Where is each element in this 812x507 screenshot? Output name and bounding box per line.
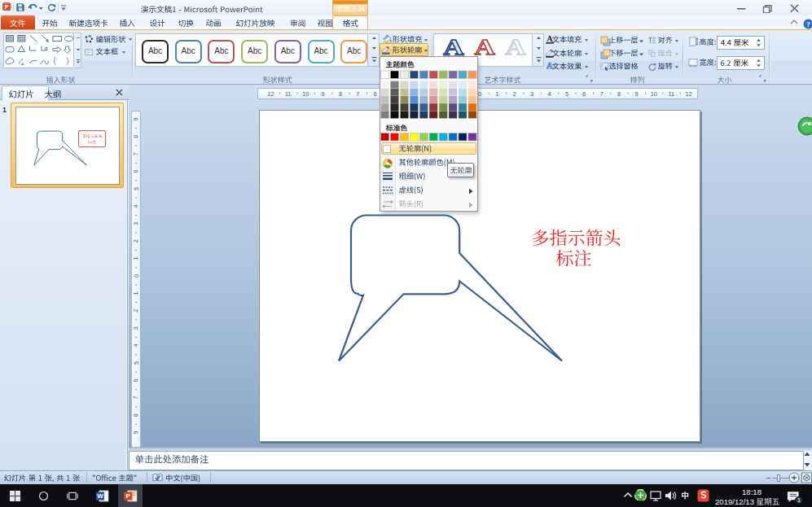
svg-text:6: 6 (374, 90, 377, 98)
svg-text:7: 7 (356, 90, 359, 98)
svg-text:12: 12 (686, 90, 692, 98)
svg-text:8: 8 (339, 90, 342, 98)
svg-text:5: 5 (133, 361, 140, 365)
svg-text:5: 5 (133, 187, 140, 190)
svg-text:7: 7 (133, 396, 140, 400)
svg-text:2: 2 (133, 309, 140, 313)
svg-text:4: 4 (548, 90, 551, 98)
svg-text:8: 8 (133, 413, 140, 417)
svg-text:W: W (97, 492, 103, 500)
svg-text:1: 1 (133, 291, 140, 295)
svg-text:6: 6 (133, 378, 140, 382)
svg-text:2: 2 (513, 90, 516, 98)
svg-text:?: ? (806, 20, 810, 28)
svg-text:1: 1 (495, 90, 498, 98)
svg-text:6: 6 (133, 170, 140, 173)
svg-text:2: 2 (133, 239, 140, 243)
svg-text:0: 0 (133, 274, 140, 278)
svg-text:12: 12 (267, 90, 274, 98)
svg-text:A: A (505, 35, 526, 59)
svg-text:1: 1 (133, 257, 140, 260)
svg-text:4: 4 (133, 344, 140, 347)
svg-text:P: P (5, 4, 9, 10)
svg-text:6: 6 (582, 90, 586, 98)
svg-text:9: 9 (322, 90, 325, 98)
svg-text:3: 3 (133, 326, 140, 330)
svg-text:P: P (126, 492, 131, 500)
svg-text:11: 11 (668, 90, 674, 98)
svg-text:11: 11 (285, 90, 291, 98)
svg-text:9: 9 (634, 90, 638, 98)
svg-text:4: 4 (133, 204, 140, 208)
svg-text:7: 7 (600, 90, 604, 98)
svg-text:5: 5 (565, 90, 568, 98)
svg-text:8: 8 (617, 90, 621, 98)
svg-text:3: 3 (133, 222, 140, 225)
svg-text:3: 3 (530, 90, 533, 98)
svg-text:9: 9 (133, 431, 140, 435)
svg-text:10: 10 (302, 90, 309, 98)
svg-text:9: 9 (133, 117, 140, 120)
svg-text:7: 7 (133, 152, 140, 155)
svg-text:8: 8 (133, 135, 140, 138)
svg-text:1: 1 (797, 496, 801, 504)
svg-text:10: 10 (651, 90, 657, 98)
